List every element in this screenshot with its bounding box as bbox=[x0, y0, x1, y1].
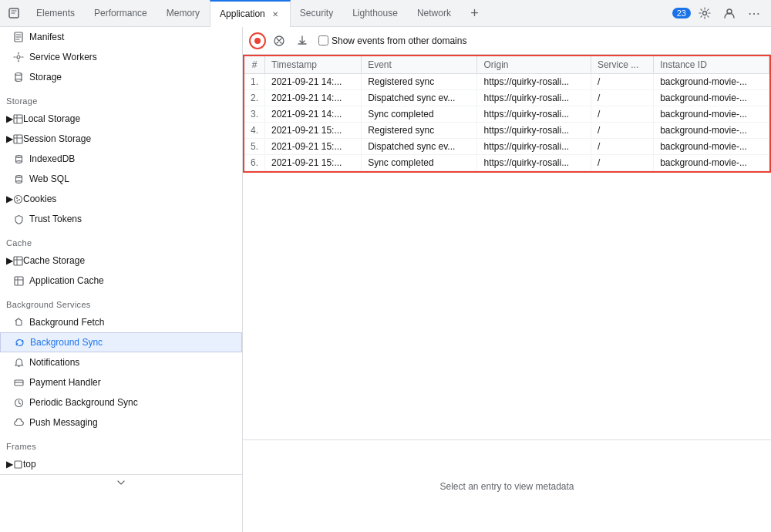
sidebar-item-web-sql[interactable]: Web SQL bbox=[0, 169, 242, 189]
sidebar-item-top-frame[interactable]: ▶ top bbox=[0, 454, 242, 474]
svg-rect-7 bbox=[14, 115, 22, 123]
cache-section-label: Cache bbox=[0, 229, 242, 251]
col-timestamp: Timestamp bbox=[265, 56, 362, 74]
sidebar-item-push-messaging[interactable]: Push Messaging bbox=[0, 412, 242, 433]
svg-point-15 bbox=[19, 199, 20, 200]
table-row[interactable]: 6.2021-09-21 15:...Sync completedhttps:/… bbox=[244, 155, 769, 171]
sidebar-item-indexeddb[interactable]: IndexedDB bbox=[0, 149, 242, 169]
tab-bar-right: 23 ⋯ bbox=[672, 2, 771, 24]
file-icon bbox=[12, 31, 25, 43]
gear-icon bbox=[12, 51, 25, 63]
svg-point-16 bbox=[17, 200, 19, 201]
col-event: Event bbox=[362, 56, 477, 74]
show-events-checkbox[interactable] bbox=[318, 35, 328, 45]
svg-point-14 bbox=[16, 197, 18, 199]
cloud-icon bbox=[12, 416, 25, 429]
sidebar-item-session-storage[interactable]: ▶ Session Storage bbox=[0, 129, 242, 149]
expand-arrow-cache: ▶ bbox=[6, 255, 13, 266]
table-icon-cache bbox=[13, 256, 23, 266]
tab-elements[interactable]: Elements bbox=[27, 0, 85, 27]
sidebar-item-service-workers[interactable]: Service Workers bbox=[0, 47, 242, 67]
col-service: Service ... bbox=[591, 56, 653, 74]
more-icon[interactable]: ⋯ bbox=[743, 2, 765, 24]
col-num: # bbox=[244, 56, 265, 74]
metadata-panel: Select an entry to view metadata bbox=[243, 439, 771, 532]
frames-section-label: Frames bbox=[0, 433, 242, 454]
svg-rect-21 bbox=[15, 461, 22, 468]
tab-network[interactable]: Network bbox=[408, 0, 461, 27]
sidebar: Manifest Service Workers Storage bbox=[0, 27, 243, 532]
table-row[interactable]: 2.2021-09-21 14:...Dispatched sync ev...… bbox=[244, 90, 769, 106]
col-origin: Origin bbox=[477, 56, 591, 74]
tab-security[interactable]: Security bbox=[291, 0, 343, 27]
settings-icon[interactable] bbox=[694, 2, 715, 24]
main-layout: Manifest Service Workers Storage bbox=[0, 27, 771, 532]
svg-point-10 bbox=[15, 160, 22, 163]
cookie-icon bbox=[13, 194, 23, 204]
download-btn[interactable] bbox=[292, 31, 312, 51]
expand-arrow-cookies: ▶ bbox=[6, 194, 13, 204]
sidebar-item-trust-tokens[interactable]: Trust Tokens bbox=[0, 209, 242, 229]
tab-bar: Elements Performance Memory Application … bbox=[0, 0, 771, 27]
sidebar-item-background-fetch[interactable]: Background Fetch bbox=[0, 312, 242, 332]
svg-point-5 bbox=[15, 73, 22, 76]
sidebar-item-payment-handler[interactable]: Payment Handler bbox=[0, 372, 242, 392]
table-row[interactable]: 4.2021-09-21 15:...Registered synchttps:… bbox=[244, 123, 769, 139]
sidebar-item-cookies[interactable]: ▶ Cookies bbox=[0, 189, 242, 209]
col-instance: Instance ID bbox=[654, 56, 769, 74]
bg-services-section-label: Background Services bbox=[0, 291, 242, 312]
clear-btn[interactable] bbox=[269, 31, 289, 51]
add-tab-btn[interactable]: + bbox=[461, 0, 488, 27]
profile-icon[interactable] bbox=[719, 2, 740, 24]
table-icon-session bbox=[13, 134, 23, 144]
svg-rect-17 bbox=[14, 257, 22, 265]
sidebar-item-local-storage[interactable]: ▶ Local Storage bbox=[0, 109, 242, 129]
tab-bar-left: Elements Performance Memory Application … bbox=[0, 0, 488, 27]
toolbar: Show events from other domains bbox=[243, 27, 771, 55]
svg-rect-18 bbox=[15, 277, 23, 285]
svg-point-6 bbox=[15, 79, 22, 82]
devtools-icon-btn[interactable] bbox=[0, 0, 27, 27]
tab-application[interactable]: Application ✕ bbox=[210, 0, 291, 27]
svg-point-11 bbox=[15, 175, 22, 177]
table-icon-local bbox=[13, 114, 23, 124]
sidebar-item-storage[interactable]: Storage bbox=[0, 67, 242, 87]
arrows-icon bbox=[12, 316, 25, 328]
sidebar-scroll-indicator bbox=[0, 474, 242, 490]
sidebar-item-periodic-sync[interactable]: Periodic Background Sync bbox=[0, 392, 242, 412]
sidebar-item-cache-storage[interactable]: ▶ Cache Storage bbox=[0, 251, 242, 271]
svg-point-13 bbox=[15, 195, 22, 203]
svg-point-1 bbox=[703, 12, 707, 15]
cylinder-icon bbox=[12, 71, 25, 83]
sidebar-item-notifications[interactable]: Notifications bbox=[0, 352, 242, 372]
svg-point-22 bbox=[254, 38, 261, 44]
svg-point-4 bbox=[17, 56, 20, 59]
table-row[interactable]: 3.2021-09-21 14:...Sync completedhttps:/… bbox=[244, 106, 769, 123]
svg-point-9 bbox=[15, 155, 22, 157]
clock-icon bbox=[12, 396, 25, 409]
svg-rect-8 bbox=[14, 135, 22, 143]
issue-badge: 23 bbox=[672, 8, 691, 19]
box-icon bbox=[13, 460, 23, 470]
sync-table: # Timestamp Event Origin Service ... Ins… bbox=[244, 56, 769, 171]
expand-arrow-local: ▶ bbox=[6, 113, 13, 124]
card-icon bbox=[12, 376, 25, 389]
table-row[interactable]: 5.2021-09-21 15:...Dispatched sync ev...… bbox=[244, 139, 769, 155]
sidebar-item-manifest[interactable]: Manifest bbox=[0, 27, 242, 47]
storage-section-label: Storage bbox=[0, 87, 242, 109]
sidebar-item-background-sync[interactable]: Background Sync bbox=[0, 332, 242, 352]
tab-close-btn[interactable]: ✕ bbox=[270, 8, 281, 19]
tab-lighthouse[interactable]: Lighthouse bbox=[343, 0, 408, 27]
sync-icon bbox=[13, 336, 25, 348]
metadata-hint: Select an entry to view metadata bbox=[439, 481, 574, 492]
sidebar-item-app-cache[interactable]: Application Cache bbox=[0, 271, 242, 291]
table-wrapper: # Timestamp Event Origin Service ... Ins… bbox=[243, 55, 771, 439]
content-area: Show events from other domains # Timesta… bbox=[243, 27, 771, 532]
record-btn[interactable] bbox=[249, 32, 266, 49]
bell-icon bbox=[12, 356, 25, 369]
show-events-label[interactable]: Show events from other domains bbox=[318, 35, 466, 46]
tab-performance[interactable]: Performance bbox=[85, 0, 157, 27]
table-row[interactable]: 1.2021-09-21 14:...Registered synchttps:… bbox=[244, 74, 769, 90]
tab-memory[interactable]: Memory bbox=[157, 0, 210, 27]
shield-icon bbox=[12, 213, 25, 225]
